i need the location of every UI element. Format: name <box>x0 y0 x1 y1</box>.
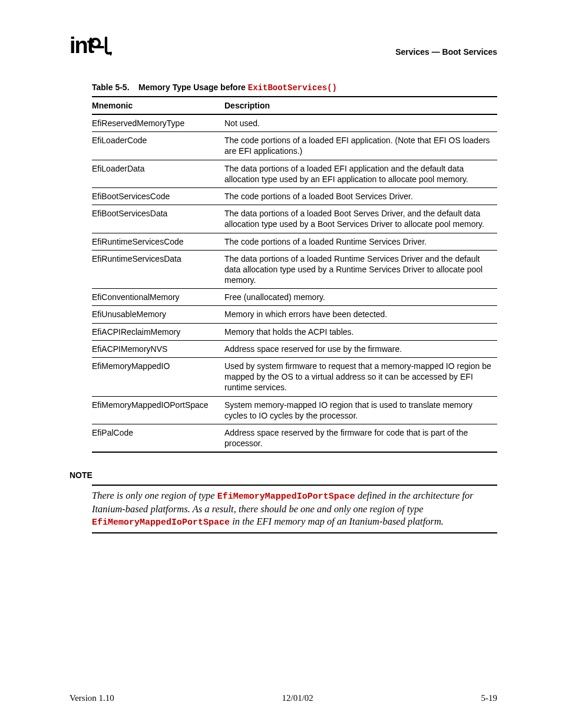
intel-logo: int <box>70 35 112 58</box>
footer-left: Version 1.10 <box>70 693 114 703</box>
table-row: EfiBootServicesDataThe data portions of … <box>92 205 497 233</box>
table-row: EfiRuntimeServicesCodeThe code portions … <box>92 233 497 250</box>
table-row: EfiRuntimeServicesDataThe data portions … <box>92 250 497 289</box>
cell-mnemonic: EfiLoaderData <box>92 160 224 187</box>
cell-description: Memory in which errors have been detecte… <box>224 306 497 323</box>
table-row: EfiACPIReclaimMemoryMemory that holds th… <box>92 323 497 340</box>
footer-center: 12/01/02 <box>282 693 313 703</box>
cell-description: Used by system firmware to request that … <box>224 358 497 397</box>
cell-description: The data portions of a loaded Runtime Se… <box>224 250 497 289</box>
cell-mnemonic: EfiRuntimeServicesData <box>92 250 224 289</box>
table-caption: Table 5-5. Memory Type Usage before Exit… <box>92 83 497 93</box>
cell-mnemonic: EfiRuntimeServicesCode <box>92 233 224 250</box>
caption-text: Memory Type Usage before <box>138 83 248 92</box>
table-row: EfiLoaderDataThe data portions of a load… <box>92 160 497 187</box>
note-text: There is only one region of type <box>92 490 217 501</box>
note-code: EfiMemoryMappedIoPortSpace <box>92 518 230 528</box>
cell-mnemonic: EfiLoaderCode <box>92 132 224 160</box>
col-header-mnemonic: Mnemonic <box>92 97 224 114</box>
cell-mnemonic: EfiMemoryMappedIO <box>92 358 224 397</box>
page-footer: Version 1.10 12/01/02 5-19 <box>70 693 497 703</box>
cell-mnemonic: EfiReservedMemoryType <box>92 114 224 132</box>
table-row: EfiUnusableMemoryMemory in which errors … <box>92 306 497 323</box>
cell-mnemonic: EfiBootServicesCode <box>92 187 224 205</box>
table-header-row: Mnemonic Description <box>92 97 497 114</box>
cell-mnemonic: EfiACPIMemoryNVS <box>92 340 224 357</box>
cell-description: The code portions of a loaded Boot Servi… <box>224 187 497 205</box>
memory-type-table: Mnemonic Description EfiReservedMemoryTy… <box>92 96 497 453</box>
svg-point-1 <box>110 54 112 56</box>
cell-description: Address space reserved by the firmware f… <box>224 424 497 452</box>
table-row: EfiBootServicesCodeThe code portions of … <box>92 187 497 205</box>
table-row: EfiPalCodeAddress space reserved by the … <box>92 424 497 452</box>
note-block: There is only one region of type EfiMemo… <box>92 485 497 533</box>
section-header: Services — Boot Services <box>395 47 497 58</box>
cell-description: The code portions of a loaded Runtime Se… <box>224 233 497 250</box>
cell-description: The data portions of a loaded EFI applic… <box>224 160 497 187</box>
caption-code: ExitBootServices() <box>248 83 337 93</box>
table-row: EfiConventionalMemoryFree (unallocated) … <box>92 289 497 306</box>
table-row: EfiMemoryMappedIOUsed by system firmware… <box>92 358 497 397</box>
note-heading: NOTE <box>70 470 497 480</box>
cell-description: Not used. <box>224 114 497 132</box>
svg-text:int: int <box>70 35 95 58</box>
cell-mnemonic: EfiPalCode <box>92 424 224 452</box>
table-row: EfiReservedMemoryTypeNot used. <box>92 114 497 132</box>
table-row: EfiLoaderCodeThe code portions of a load… <box>92 132 497 160</box>
cell-mnemonic: EfiMemoryMappedIOPortSpace <box>92 396 224 424</box>
col-header-description: Description <box>224 97 497 114</box>
footer-right: 5-19 <box>481 693 497 703</box>
cell-description: System memory-mapped IO region that is u… <box>224 396 497 424</box>
cell-description: Address space reserved for use by the fi… <box>224 340 497 357</box>
cell-mnemonic: EfiConventionalMemory <box>92 289 224 306</box>
cell-description: Memory that holds the ACPI tables. <box>224 323 497 340</box>
table-row: EfiMemoryMappedIOPortSpaceSystem memory-… <box>92 396 497 424</box>
table-row: EfiACPIMemoryNVSAddress space reserved f… <box>92 340 497 357</box>
caption-prefix: Table 5-5. <box>92 83 130 92</box>
note-text: in the EFI memory map of an Itanium-base… <box>230 516 444 527</box>
cell-description: The code portions of a loaded EFI applic… <box>224 132 497 160</box>
cell-mnemonic: EfiACPIReclaimMemory <box>92 323 224 340</box>
cell-mnemonic: EfiBootServicesData <box>92 205 224 233</box>
cell-description: The data portions of a loaded Boot Serve… <box>224 205 497 233</box>
cell-description: Free (unallocated) memory. <box>224 289 497 306</box>
cell-mnemonic: EfiUnusableMemory <box>92 306 224 323</box>
note-code: EfiMemoryMappedIoPortSpace <box>217 492 355 502</box>
